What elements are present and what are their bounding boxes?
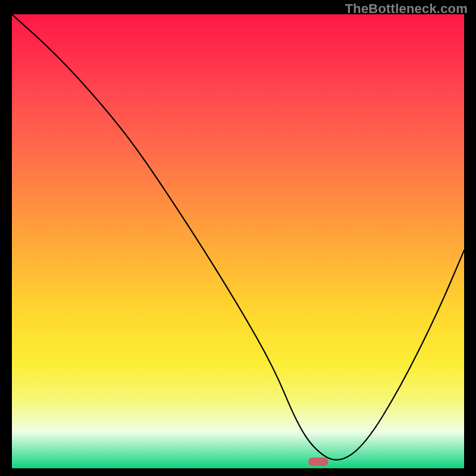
chart-line-svg (12, 14, 464, 468)
optimal-marker (308, 458, 328, 466)
chart-curve (12, 14, 464, 460)
chart-plot-area (12, 14, 464, 468)
